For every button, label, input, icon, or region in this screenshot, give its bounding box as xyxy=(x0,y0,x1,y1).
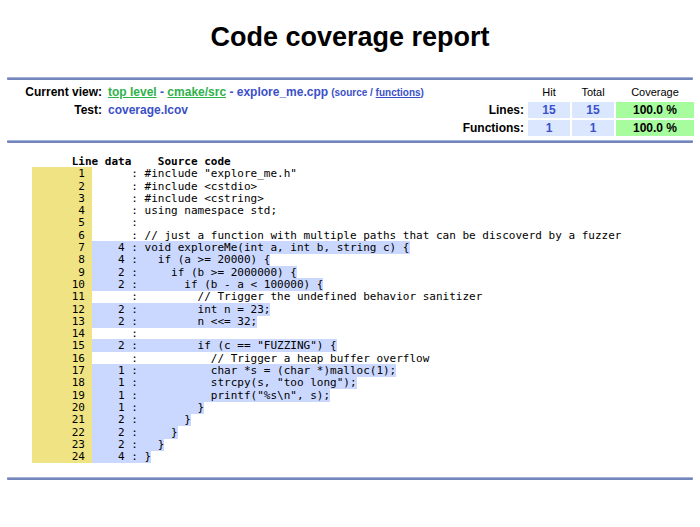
line-data-covered: 2 : int n = 23; xyxy=(92,303,271,316)
line-number: 9 xyxy=(32,266,92,279)
line-number: 12 xyxy=(32,303,92,316)
summary-row-functions: Functions: 1 1 100.0 % xyxy=(8,120,694,136)
line-data-covered: 2 : } xyxy=(92,413,191,426)
line-number: 4 xyxy=(32,204,92,217)
functions-total-value: 1 xyxy=(572,120,614,136)
line-number: 17 xyxy=(32,364,92,377)
line-data-covered: 1 : printf("%s\n", s); xyxy=(92,389,330,402)
current-view-label: Current view: xyxy=(8,84,104,100)
breadcrumb: top level - cmake/src - explore_me.cpp(s… xyxy=(106,84,432,100)
page-title: Code coverage report xyxy=(0,20,700,54)
line-number: 20 xyxy=(32,401,92,414)
line-data: : #include "explore_me.h" xyxy=(92,167,297,180)
line-number: 19 xyxy=(32,389,92,402)
functions-label: Functions: xyxy=(434,120,526,136)
line-number: 10 xyxy=(32,278,92,291)
source-line: 12 2 : int n = 23; xyxy=(32,304,700,316)
summary-row-lines: Test: coverage.lcov Lines: 15 15 100.0 % xyxy=(8,102,694,118)
line-number: 22 xyxy=(32,426,92,439)
line-number: 24 xyxy=(32,450,92,463)
line-data: : #include <cstdio> xyxy=(92,180,258,193)
view-options-divider: / xyxy=(367,87,375,98)
functions-coverage-value: 100.0 % xyxy=(616,120,694,136)
spacer-cell xyxy=(106,120,432,136)
line-data-covered: 4 : if (a >= 20000) { xyxy=(92,253,271,266)
line-number: 11 xyxy=(32,290,92,303)
line-data-covered: 2 : if (b >= 2000000) { xyxy=(92,266,297,279)
line-data-covered: 2 : } xyxy=(92,438,165,451)
source-line: 22 2 : } xyxy=(32,427,700,439)
line-data-covered: 1 : } xyxy=(92,401,205,414)
line-data: : // Trigger a heap buffer overflow xyxy=(92,352,430,365)
line-data: : // Trigger the undefined behavior sani… xyxy=(92,290,483,303)
line-number: 18 xyxy=(32,376,92,389)
middle-divider xyxy=(7,140,693,143)
functions-hit-value: 1 xyxy=(528,120,570,136)
line-number: 5 xyxy=(32,216,92,229)
column-header-hit: Hit xyxy=(528,84,570,100)
breadcrumb-current-file: explore_me.cpp xyxy=(237,85,328,99)
line-data: : using namespace std; xyxy=(92,204,277,217)
line-data-covered: 2 : } xyxy=(92,426,178,439)
test-value: coverage.lcov xyxy=(106,102,432,118)
view-source-label: source xyxy=(334,87,367,98)
line-data-covered: 4 : } xyxy=(92,450,152,463)
column-header-coverage: Coverage xyxy=(616,84,694,100)
lines-coverage-value: 100.0 % xyxy=(616,102,694,118)
line-data-covered: 1 : strcpy(s, "too long"); xyxy=(92,376,357,389)
line-number: 2 xyxy=(32,180,92,193)
paren-close: ) xyxy=(421,87,424,98)
line-number: 21 xyxy=(32,413,92,426)
source-listing: Line data Source code 1 : #include "expl… xyxy=(32,156,700,463)
breadcrumb-top-level-link[interactable]: top level xyxy=(108,85,157,99)
lines-hit-value: 15 xyxy=(528,102,570,118)
line-number: 6 xyxy=(32,229,92,242)
line-data-covered: 2 : if (b - a < 100000) { xyxy=(92,278,324,291)
line-data-covered: 2 : if (c == "FUZZING") { xyxy=(92,339,337,352)
line-number: 23 xyxy=(32,438,92,451)
top-divider xyxy=(7,77,693,80)
breadcrumb-separator: - xyxy=(226,85,237,99)
line-data-covered: 2 : n <<= 32; xyxy=(92,315,258,328)
test-label: Test: xyxy=(8,102,104,118)
source-line: 11 : // Trigger the undefined behavior s… xyxy=(32,291,700,303)
summary-table: Current view: top level - cmake/src - ex… xyxy=(6,82,696,138)
source-line: 8 4 : if (a >= 20000) { xyxy=(32,254,700,266)
lines-label: Lines: xyxy=(434,102,526,118)
view-functions-link[interactable]: functions xyxy=(376,87,421,98)
spacer-cell xyxy=(434,84,526,100)
column-header-total: Total xyxy=(572,84,614,100)
line-number: 3 xyxy=(32,192,92,205)
spacer-cell xyxy=(8,120,104,136)
breadcrumb-directory-link[interactable]: cmake/src xyxy=(167,85,226,99)
source-line: 24 4 : } xyxy=(32,451,700,463)
summary-row-view: Current view: top level - cmake/src - ex… xyxy=(8,84,694,100)
line-data-covered: 4 : void exploreMe(int a, int b, string … xyxy=(92,241,410,254)
listing-header-text: Line data Source code xyxy=(32,155,231,168)
source-line: 18 1 : strcpy(s, "too long"); xyxy=(32,377,700,389)
line-number: 16 xyxy=(32,352,92,365)
lines-total-value: 15 xyxy=(572,102,614,118)
line-number: 15 xyxy=(32,339,92,352)
line-number: 7 xyxy=(32,241,92,254)
line-number: 13 xyxy=(32,315,92,328)
line-number: 14 xyxy=(32,327,92,340)
line-data: : #include <cstring> xyxy=(92,192,264,205)
line-data-covered: 1 : char *s = (char *)malloc(1); xyxy=(92,364,397,377)
view-options: (source / functions) xyxy=(331,87,424,98)
line-data: : xyxy=(92,327,145,340)
breadcrumb-separator: - xyxy=(157,85,168,99)
line-number: 8 xyxy=(32,253,92,266)
source-line: 21 2 : } xyxy=(32,414,700,426)
line-data: : // just a function with multiple paths… xyxy=(92,229,622,242)
line-data: : xyxy=(92,216,145,229)
bottom-divider xyxy=(7,477,693,480)
line-number: 1 xyxy=(32,167,92,180)
